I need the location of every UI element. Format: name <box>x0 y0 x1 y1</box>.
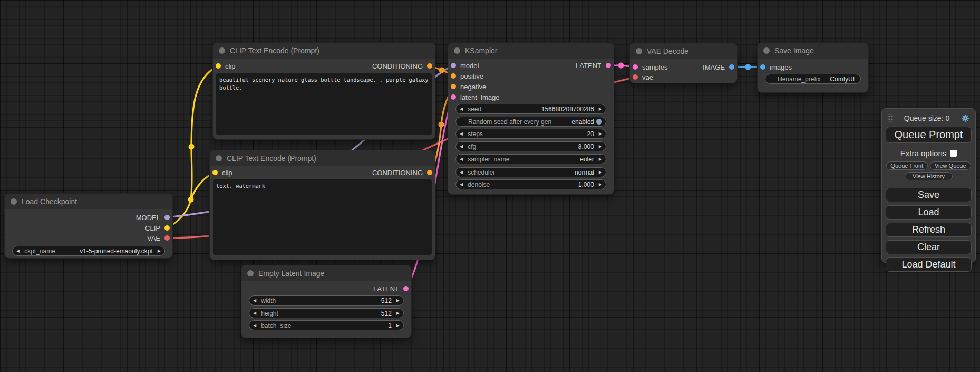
reroute-dot-latent[interactable] <box>618 63 624 69</box>
queue-front-button[interactable]: Queue Front <box>886 161 928 170</box>
decrement-arrow-icon[interactable]: ◀ <box>460 170 463 175</box>
drag-handle-icon[interactable] <box>887 114 893 122</box>
decrement-arrow-icon[interactable]: ◀ <box>16 249 20 253</box>
view-queue-button[interactable]: View Queue <box>930 161 972 170</box>
collapse-dot-icon[interactable] <box>636 48 642 54</box>
output-slot-conditioning[interactable]: CONDITIONING <box>372 62 432 70</box>
slot-dot-latent[interactable] <box>403 286 409 291</box>
widget-denoise[interactable]: ◀ denoise 1.000 ▶ <box>455 179 606 189</box>
slot-dot-vae[interactable] <box>164 235 170 241</box>
widget-random-seed-toggle[interactable]: Random seed after every gen enabled <box>455 117 606 127</box>
view-history-button[interactable]: View History <box>905 172 953 180</box>
output-slot-model[interactable]: MODEL <box>136 214 170 221</box>
slot-dot-vae[interactable] <box>633 74 638 80</box>
increment-arrow-icon[interactable]: ▶ <box>599 170 602 175</box>
decrement-arrow-icon[interactable]: ◀ <box>460 132 463 136</box>
widget-filename-prefix[interactable]: filename_prefix ComfyUI <box>765 74 861 84</box>
settings-gear-icon[interactable] <box>960 113 970 123</box>
refresh-button[interactable]: Refresh <box>886 223 972 237</box>
slot-dot-latent[interactable] <box>633 64 638 70</box>
collapse-dot-icon[interactable] <box>454 47 460 54</box>
widget-height[interactable]: ◀ height 512 ▶ <box>249 308 404 318</box>
output-slot-latent[interactable]: LATENT <box>373 285 409 292</box>
input-slot-positive[interactable]: positive <box>451 72 483 80</box>
decrement-arrow-icon[interactable]: ◀ <box>460 107 463 111</box>
output-slot-conditioning[interactable]: CONDITIONING <box>372 169 432 176</box>
collapse-dot-icon[interactable] <box>216 155 222 161</box>
node-graph-canvas[interactable]: Load Checkpoint MODEL CLIP VAE ◀ ckpt_na… <box>0 0 980 372</box>
slot-dot-image[interactable] <box>760 64 765 70</box>
node-load-checkpoint[interactable]: Load Checkpoint MODEL CLIP VAE ◀ ckpt_na… <box>5 194 172 258</box>
decrement-arrow-icon[interactable]: ◀ <box>460 145 463 149</box>
node-header[interactable]: Save Image <box>758 43 868 59</box>
node-header[interactable]: Empty Latent Image <box>241 265 411 281</box>
slot-dot-clip[interactable] <box>164 225 170 231</box>
input-slot-images[interactable]: images <box>760 63 792 71</box>
increment-arrow-icon[interactable]: ▶ <box>599 145 602 149</box>
input-slot-latent-image[interactable]: latent_image <box>451 93 499 101</box>
node-header[interactable]: Load Checkpoint <box>5 194 172 209</box>
slot-dot-clip[interactable] <box>212 170 218 175</box>
collapse-dot-icon[interactable] <box>763 47 770 54</box>
decrement-arrow-icon[interactable]: ◀ <box>460 183 463 187</box>
slot-dot-latent[interactable] <box>606 63 611 68</box>
extra-options-checkbox[interactable] <box>950 150 957 157</box>
input-slot-clip[interactable]: clip <box>212 169 232 176</box>
slot-dot-conditioning[interactable] <box>451 73 456 79</box>
node-empty-latent-image[interactable]: Empty Latent Image LATENT ◀ width 512 ▶ … <box>241 265 411 338</box>
output-slot-image[interactable]: IMAGE <box>703 63 734 71</box>
node-save-image[interactable]: Save Image images filename_prefix ComfyU… <box>758 43 868 92</box>
node-ksampler[interactable]: KSampler model LATENT positive negative … <box>448 43 614 194</box>
input-slot-model[interactable]: model <box>451 62 479 69</box>
widget-sampler-name[interactable]: ◀ sampler_name euler ▶ <box>455 154 606 164</box>
slot-dot-clip[interactable] <box>216 63 221 69</box>
reroute-dot-conditioning[interactable] <box>439 68 445 73</box>
load-default-button[interactable]: Load Default <box>886 257 972 272</box>
input-slot-negative[interactable]: negative <box>451 83 486 90</box>
decrement-arrow-icon[interactable]: ◀ <box>460 157 463 161</box>
output-slot-vae[interactable]: VAE <box>147 234 170 242</box>
widget-width[interactable]: ◀ width 512 ▶ <box>249 295 404 306</box>
save-button[interactable]: Save <box>886 188 972 202</box>
slot-dot-image[interactable] <box>729 64 734 70</box>
reroute-dot-conditioning[interactable] <box>439 122 444 128</box>
output-slot-clip[interactable]: CLIP <box>145 224 170 232</box>
decrement-arrow-icon[interactable]: ◀ <box>253 299 256 303</box>
node-header[interactable]: VAE Decode <box>630 43 737 59</box>
slot-dot-model[interactable] <box>164 215 170 220</box>
decrement-arrow-icon[interactable]: ◀ <box>253 311 256 316</box>
input-slot-clip[interactable]: clip <box>216 62 236 70</box>
widget-ckpt-name[interactable]: ◀ ckpt_name v1-5-pruned-emaonly.ckpt ▶ <box>12 246 165 256</box>
collapse-dot-icon[interactable] <box>247 270 254 276</box>
node-header[interactable]: CLIP Text Encode (Prompt) <box>213 43 435 59</box>
reroute-dot-image[interactable] <box>745 64 751 70</box>
widget-scheduler[interactable]: ◀ scheduler normal ▶ <box>455 167 606 177</box>
decrement-arrow-icon[interactable]: ◀ <box>253 323 256 328</box>
output-slot-latent[interactable]: LATENT <box>576 62 611 69</box>
slot-dot-conditioning[interactable] <box>451 84 456 89</box>
toggle-on-icon[interactable] <box>596 119 602 125</box>
increment-arrow-icon[interactable]: ▶ <box>396 311 400 316</box>
node-header[interactable]: KSampler <box>448 43 614 59</box>
load-button[interactable]: Load <box>886 205 972 220</box>
prompt-textarea[interactable]: text, watermark <box>213 179 432 255</box>
increment-arrow-icon[interactable]: ▶ <box>599 132 602 136</box>
increment-arrow-icon[interactable]: ▶ <box>599 157 602 161</box>
node-clip-text-encode-positive[interactable]: CLIP Text Encode (Prompt) clip CONDITION… <box>213 43 435 139</box>
increment-arrow-icon[interactable]: ▶ <box>396 299 400 303</box>
queue-prompt-button[interactable]: Queue Prompt <box>886 127 972 143</box>
increment-arrow-icon[interactable]: ▶ <box>396 323 400 328</box>
reroute-dot-clip[interactable] <box>189 144 195 150</box>
node-vae-decode[interactable]: VAE Decode samples IMAGE vae <box>630 43 737 83</box>
slot-dot-conditioning[interactable] <box>427 170 432 175</box>
slot-dot-model[interactable] <box>451 63 456 68</box>
slot-dot-conditioning[interactable] <box>427 63 432 69</box>
reroute-dot-clip[interactable] <box>188 197 194 203</box>
widget-seed[interactable]: ◀ seed 156680208700286 ▶ <box>455 104 606 114</box>
widget-cfg[interactable]: ◀ cfg 8.000 ▶ <box>455 141 606 151</box>
slot-dot-latent[interactable] <box>451 94 456 100</box>
collapse-dot-icon[interactable] <box>11 198 17 205</box>
widget-batch-size[interactable]: ◀ batch_size 1 ▶ <box>249 320 404 330</box>
collapse-dot-icon[interactable] <box>219 47 225 54</box>
increment-arrow-icon[interactable]: ▶ <box>599 107 602 111</box>
